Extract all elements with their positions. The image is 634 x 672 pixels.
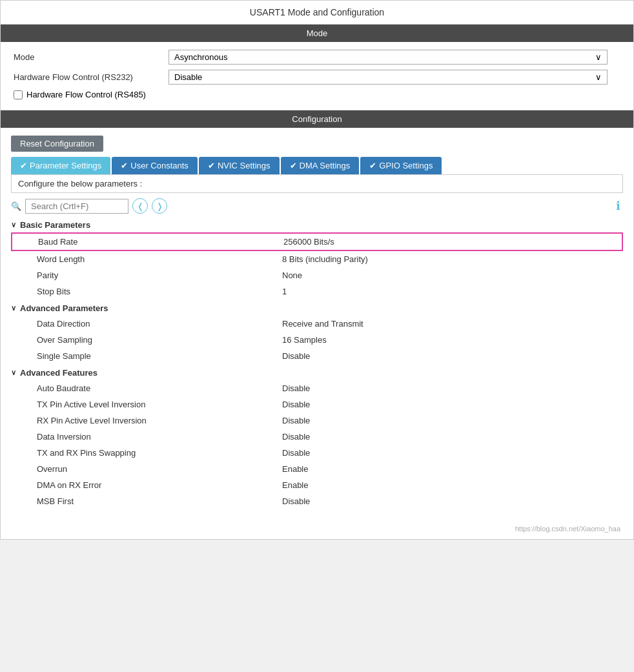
basic-parameters-chevron: ∨	[11, 221, 16, 229]
param-word-length: Word Length 8 Bits (including Parity)	[11, 251, 623, 267]
param-data-direction-value: Receive and Transmit	[282, 319, 363, 329]
param-parity-value: None	[282, 270, 302, 280]
param-tx-rx-pins-swapping: TX and RX Pins Swapping Disable	[11, 445, 623, 461]
param-overrun-name: Overrun	[37, 464, 282, 474]
mode-row: Mode Asynchronous ∨	[14, 50, 620, 65]
param-stop-bits-name: Stop Bits	[37, 287, 282, 296]
param-baud-rate-name: Baud Rate	[38, 237, 283, 247]
param-overrun-value: Enable	[282, 464, 308, 474]
tab-nvic-settings[interactable]: ✔ NVIC Settings	[199, 157, 280, 174]
tab-parameter-settings[interactable]: ✔ Parameter Settings	[11, 157, 110, 174]
hw-flow-rs485-label: Hardware Flow Control (RS485)	[26, 90, 146, 99]
search-input[interactable]	[25, 199, 128, 214]
basic-parameters-label: Basic Parameters	[20, 220, 90, 230]
tab-check-icon-5: ✔	[369, 161, 376, 170]
nav-forward-button[interactable]: ❭	[152, 198, 167, 214]
param-dma-on-rx-error-value: Enable	[282, 480, 308, 490]
param-data-direction: Data Direction Receive and Transmit	[11, 316, 623, 332]
param-rx-pin-active-level-name: RX Pin Active Level Inversion	[37, 416, 282, 425]
param-word-length-name: Word Length	[37, 254, 282, 264]
hw-flow-rs232-row: Hardware Flow Control (RS232) Disable ∨	[14, 70, 620, 85]
tab-user-constants[interactable]: ✔ User Constants	[112, 157, 198, 174]
search-row: 🔍 ❬ ❭ ℹ	[11, 198, 623, 214]
param-stop-bits: Stop Bits 1	[11, 283, 623, 300]
info-icon: ℹ	[616, 199, 620, 213]
tab-check-icon: ✔	[20, 161, 27, 170]
advanced-parameters-chevron: ∨	[11, 304, 16, 312]
hw-flow-rs232-label: Hardware Flow Control (RS232)	[14, 72, 169, 82]
param-tx-rx-pins-swapping-name: TX and RX Pins Swapping	[37, 448, 282, 458]
param-data-inversion-value: Disable	[282, 432, 310, 442]
param-overrun: Overrun Enable	[11, 461, 623, 477]
param-baud-rate-value: 256000 Bits/s	[283, 237, 334, 247]
param-auto-baudrate: Auto Baudrate Disable	[11, 380, 623, 396]
param-dma-on-rx-error-name: DMA on RX Error	[37, 480, 282, 490]
mode-label: Mode	[14, 52, 169, 62]
param-baud-rate[interactable]: Baud Rate 256000 Bits/s	[11, 232, 623, 251]
hw-flow-rs485-checkbox[interactable]	[14, 90, 23, 99]
param-msb-first: MSB First Disable	[11, 493, 623, 509]
param-tx-pin-active-level-value: Disable	[282, 400, 310, 409]
advanced-parameters-label: Advanced Parameters	[20, 303, 108, 313]
mode-section: Mode Asynchronous ∨ Hardware Flow Contro…	[1, 42, 633, 110]
param-msb-first-value: Disable	[282, 496, 310, 506]
nav-back-button[interactable]: ❬	[132, 198, 148, 214]
tab-nvic-settings-label: NVIC Settings	[218, 161, 271, 170]
tab-gpio-settings-label: GPIO Settings	[379, 161, 433, 170]
tab-dma-settings-label: DMA Settings	[300, 161, 351, 170]
param-data-inversion: Data Inversion Disable	[11, 429, 623, 445]
tab-check-icon-3: ✔	[208, 161, 215, 170]
configure-text: Configure the below parameters :	[11, 174, 623, 193]
tab-check-icon-2: ✔	[121, 161, 128, 170]
search-icon: 🔍	[11, 201, 21, 211]
param-over-sampling: Over Sampling 16 Samples	[11, 332, 623, 348]
param-auto-baudrate-name: Auto Baudrate	[37, 383, 282, 393]
config-section-header: Configuration	[1, 110, 633, 128]
param-msb-first-name: MSB First	[37, 496, 282, 506]
tab-dma-settings[interactable]: ✔ DMA Settings	[281, 157, 360, 174]
param-single-sample: Single Sample Disable	[11, 348, 623, 364]
watermark: https://blog.csdn.net/Xiaomo_haa	[1, 522, 633, 539]
tab-user-constants-label: User Constants	[130, 161, 189, 170]
advanced-parameters-group[interactable]: ∨ Advanced Parameters	[11, 300, 623, 316]
param-tx-rx-pins-swapping-value: Disable	[282, 448, 310, 458]
reset-configuration-button[interactable]: Reset Configuration	[11, 136, 103, 152]
tab-check-icon-4: ✔	[290, 161, 297, 170]
advanced-features-label: Advanced Features	[20, 368, 97, 378]
tabs-row: ✔ Parameter Settings ✔ User Constants ✔ …	[11, 157, 623, 174]
param-single-sample-name: Single Sample	[37, 351, 282, 361]
param-data-inversion-name: Data Inversion	[37, 432, 282, 442]
param-parity: Parity None	[11, 267, 623, 283]
hw-flow-rs232-chevron: ∨	[595, 72, 602, 82]
page-title: USART1 Mode and Configuration	[1, 1, 633, 25]
param-tx-pin-active-level-name: TX Pin Active Level Inversion	[37, 400, 282, 409]
param-data-direction-name: Data Direction	[37, 319, 282, 329]
hw-flow-rs232-select[interactable]: Disable ∨	[169, 70, 608, 85]
tab-parameter-settings-label: Parameter Settings	[30, 161, 101, 170]
param-parity-name: Parity	[37, 270, 282, 280]
tab-gpio-settings[interactable]: ✔ GPIO Settings	[360, 157, 442, 174]
mode-section-header: Mode	[1, 25, 633, 42]
param-over-sampling-value: 16 Samples	[282, 335, 327, 345]
param-word-length-value: 8 Bits (including Parity)	[282, 254, 368, 264]
mode-select[interactable]: Asynchronous ∨	[169, 50, 608, 65]
hw-flow-rs485-row: Hardware Flow Control (RS485)	[14, 90, 620, 99]
advanced-features-chevron: ∨	[11, 369, 16, 377]
mode-select-chevron: ∨	[595, 52, 602, 62]
param-rx-pin-active-level-value: Disable	[282, 416, 310, 425]
param-dma-on-rx-error: DMA on RX Error Enable	[11, 477, 623, 493]
param-single-sample-value: Disable	[282, 351, 310, 361]
advanced-features-group[interactable]: ∨ Advanced Features	[11, 364, 623, 380]
param-stop-bits-value: 1	[282, 287, 287, 296]
basic-parameters-group[interactable]: ∨ Basic Parameters	[11, 216, 623, 232]
param-tx-pin-active-level: TX Pin Active Level Inversion Disable	[11, 396, 623, 412]
config-section: Configuration Reset Configuration ✔ Para…	[1, 110, 633, 539]
param-rx-pin-active-level: RX Pin Active Level Inversion Disable	[11, 412, 623, 429]
params-area: ∨ Basic Parameters Baud Rate 256000 Bits…	[11, 216, 623, 522]
param-auto-baudrate-value: Disable	[282, 383, 310, 393]
param-over-sampling-name: Over Sampling	[37, 335, 282, 345]
